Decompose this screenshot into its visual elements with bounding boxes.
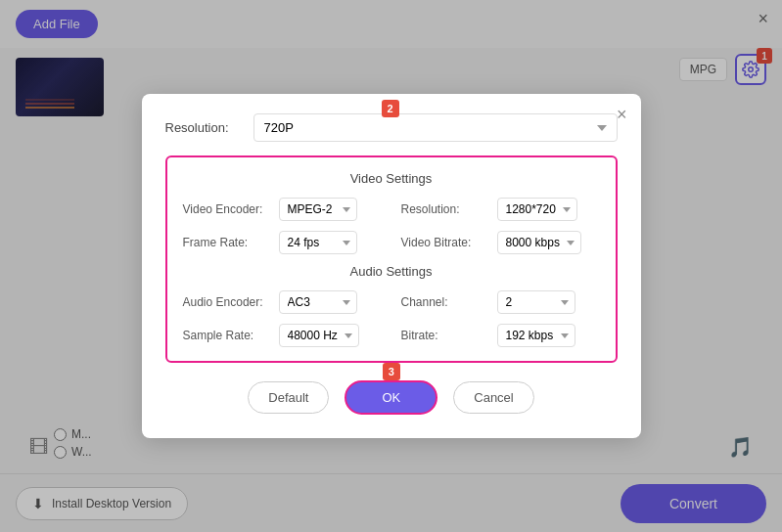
audio-settings-title: Audio Settings	[183, 264, 600, 279]
app-background: Add File × MPG 1 🎞 🎵 M... W... ⬇ Insta	[0, 0, 782, 532]
bitrate-label: Bitrate:	[401, 329, 489, 342]
video-encoder-row: Video Encoder: MPEG-2	[183, 198, 382, 221]
audio-settings-grid: Audio Encoder: AC3 Channel: 2	[183, 290, 600, 347]
settings-box: Video Settings Video Encoder: MPEG-2 Res…	[165, 155, 618, 363]
video-settings-title: Video Settings	[183, 171, 600, 186]
modal-overlay: × Resolution: 720P 2 Video Settings Vide…	[0, 0, 782, 532]
ok-button[interactable]: OK	[345, 380, 437, 415]
video-bitrate-select[interactable]: 8000 kbps	[497, 231, 581, 254]
video-encoder-select[interactable]: MPEG-2	[279, 198, 357, 221]
resolution-inner-row: Resolution: 1280*720	[401, 198, 600, 221]
sample-rate-label: Sample Rate:	[183, 329, 271, 342]
resolution-inner-select[interactable]: 1280*720	[497, 198, 577, 221]
frame-rate-select[interactable]: 24 fps	[279, 231, 357, 254]
frame-rate-row: Frame Rate: 24 fps	[183, 231, 382, 254]
modal-footer: Default 3 OK Cancel	[165, 380, 618, 415]
settings-modal: × Resolution: 720P 2 Video Settings Vide…	[142, 94, 641, 438]
channel-select[interactable]: 2	[497, 290, 575, 314]
resolution-label: Resolution:	[165, 120, 253, 135]
frame-rate-label: Frame Rate:	[183, 236, 271, 249]
audio-encoder-select[interactable]: AC3	[279, 290, 357, 314]
audio-encoder-label: Audio Encoder:	[183, 295, 271, 309]
resolution-inner-label: Resolution:	[401, 202, 489, 216]
resolution-select[interactable]: 720P	[253, 113, 618, 142]
ok-button-wrapper: 3 OK	[345, 380, 437, 415]
video-settings-grid: Video Encoder: MPEG-2 Resolution: 1280*7…	[183, 198, 600, 254]
bitrate-row: Bitrate: 192 kbps	[401, 324, 600, 347]
channel-row: Channel: 2	[401, 290, 600, 314]
cancel-button[interactable]: Cancel	[453, 381, 533, 414]
video-bitrate-label: Video Bitrate:	[401, 236, 489, 249]
resolution-row: Resolution: 720P 2	[165, 113, 618, 142]
sample-rate-row: Sample Rate: 48000 Hz	[183, 324, 382, 347]
sample-rate-select[interactable]: 48000 Hz	[279, 324, 359, 347]
audio-encoder-row: Audio Encoder: AC3	[183, 290, 382, 314]
resolution-badge: 2	[382, 100, 399, 117]
bitrate-select[interactable]: 192 kbps	[497, 324, 575, 347]
default-button[interactable]: Default	[248, 381, 329, 414]
video-encoder-label: Video Encoder:	[183, 202, 271, 216]
modal-close-button[interactable]: ×	[617, 106, 627, 123]
channel-label: Channel:	[401, 295, 489, 309]
ok-badge: 3	[383, 363, 400, 380]
video-bitrate-row: Video Bitrate: 8000 kbps	[401, 231, 600, 254]
